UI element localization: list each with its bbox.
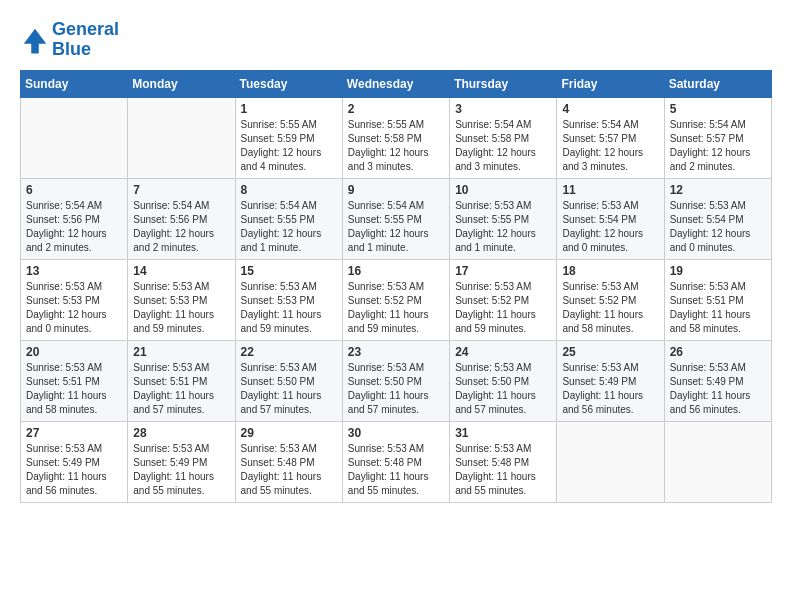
- sunset-text: Sunset: 5:58 PM: [455, 132, 551, 146]
- sunset-text: Sunset: 5:49 PM: [562, 375, 658, 389]
- day-header-thursday: Thursday: [450, 70, 557, 97]
- calendar-cell: [557, 421, 664, 502]
- cell-content: Sunrise: 5:53 AM Sunset: 5:54 PM Dayligh…: [670, 199, 766, 255]
- sunset-text: Sunset: 5:52 PM: [562, 294, 658, 308]
- sunset-text: Sunset: 5:55 PM: [455, 213, 551, 227]
- week-row-3: 13 Sunrise: 5:53 AM Sunset: 5:53 PM Dayl…: [21, 259, 772, 340]
- calendar-cell: 8 Sunrise: 5:54 AM Sunset: 5:55 PM Dayli…: [235, 178, 342, 259]
- day-number: 17: [455, 264, 551, 278]
- sunrise-text: Sunrise: 5:53 AM: [670, 280, 766, 294]
- day-number: 23: [348, 345, 444, 359]
- page-header: General Blue: [20, 20, 772, 60]
- cell-content: Sunrise: 5:53 AM Sunset: 5:53 PM Dayligh…: [133, 280, 229, 336]
- daylight-text: Daylight: 11 hours and 57 minutes.: [348, 389, 444, 417]
- sunset-text: Sunset: 5:53 PM: [241, 294, 337, 308]
- sunset-text: Sunset: 5:59 PM: [241, 132, 337, 146]
- cell-content: Sunrise: 5:53 AM Sunset: 5:48 PM Dayligh…: [348, 442, 444, 498]
- cell-content: Sunrise: 5:53 AM Sunset: 5:50 PM Dayligh…: [241, 361, 337, 417]
- cell-content: Sunrise: 5:53 AM Sunset: 5:54 PM Dayligh…: [562, 199, 658, 255]
- cell-content: Sunrise: 5:55 AM Sunset: 5:58 PM Dayligh…: [348, 118, 444, 174]
- sunrise-text: Sunrise: 5:54 AM: [26, 199, 122, 213]
- day-number: 25: [562, 345, 658, 359]
- sunrise-text: Sunrise: 5:53 AM: [562, 361, 658, 375]
- calendar-cell: 30 Sunrise: 5:53 AM Sunset: 5:48 PM Dayl…: [342, 421, 449, 502]
- sunrise-text: Sunrise: 5:53 AM: [670, 199, 766, 213]
- sunrise-text: Sunrise: 5:53 AM: [348, 280, 444, 294]
- sunrise-text: Sunrise: 5:53 AM: [348, 442, 444, 456]
- sunset-text: Sunset: 5:48 PM: [348, 456, 444, 470]
- day-number: 16: [348, 264, 444, 278]
- day-number: 14: [133, 264, 229, 278]
- sunrise-text: Sunrise: 5:53 AM: [562, 280, 658, 294]
- week-row-2: 6 Sunrise: 5:54 AM Sunset: 5:56 PM Dayli…: [21, 178, 772, 259]
- cell-content: Sunrise: 5:53 AM Sunset: 5:49 PM Dayligh…: [562, 361, 658, 417]
- sunrise-text: Sunrise: 5:53 AM: [241, 442, 337, 456]
- cell-content: Sunrise: 5:55 AM Sunset: 5:59 PM Dayligh…: [241, 118, 337, 174]
- day-number: 9: [348, 183, 444, 197]
- daylight-text: Daylight: 12 hours and 1 minute.: [348, 227, 444, 255]
- calendar-cell: 15 Sunrise: 5:53 AM Sunset: 5:53 PM Dayl…: [235, 259, 342, 340]
- cell-content: Sunrise: 5:53 AM Sunset: 5:53 PM Dayligh…: [241, 280, 337, 336]
- cell-content: Sunrise: 5:54 AM Sunset: 5:55 PM Dayligh…: [241, 199, 337, 255]
- sunrise-text: Sunrise: 5:53 AM: [455, 199, 551, 213]
- sunrise-text: Sunrise: 5:53 AM: [455, 442, 551, 456]
- calendar-table: SundayMondayTuesdayWednesdayThursdayFrid…: [20, 70, 772, 503]
- calendar-cell: 23 Sunrise: 5:53 AM Sunset: 5:50 PM Dayl…: [342, 340, 449, 421]
- sunrise-text: Sunrise: 5:53 AM: [26, 361, 122, 375]
- cell-content: Sunrise: 5:53 AM Sunset: 5:50 PM Dayligh…: [348, 361, 444, 417]
- calendar-cell: 2 Sunrise: 5:55 AM Sunset: 5:58 PM Dayli…: [342, 97, 449, 178]
- daylight-text: Daylight: 11 hours and 59 minutes.: [455, 308, 551, 336]
- day-number: 8: [241, 183, 337, 197]
- calendar-cell: 28 Sunrise: 5:53 AM Sunset: 5:49 PM Dayl…: [128, 421, 235, 502]
- sunset-text: Sunset: 5:51 PM: [133, 375, 229, 389]
- calendar-cell: 5 Sunrise: 5:54 AM Sunset: 5:57 PM Dayli…: [664, 97, 771, 178]
- cell-content: Sunrise: 5:53 AM Sunset: 5:52 PM Dayligh…: [562, 280, 658, 336]
- week-row-5: 27 Sunrise: 5:53 AM Sunset: 5:49 PM Dayl…: [21, 421, 772, 502]
- sunrise-text: Sunrise: 5:55 AM: [241, 118, 337, 132]
- daylight-text: Daylight: 11 hours and 56 minutes.: [26, 470, 122, 498]
- daylight-text: Daylight: 12 hours and 2 minutes.: [26, 227, 122, 255]
- calendar-cell: 17 Sunrise: 5:53 AM Sunset: 5:52 PM Dayl…: [450, 259, 557, 340]
- sunset-text: Sunset: 5:54 PM: [670, 213, 766, 227]
- sunrise-text: Sunrise: 5:53 AM: [26, 442, 122, 456]
- calendar-cell: 18 Sunrise: 5:53 AM Sunset: 5:52 PM Dayl…: [557, 259, 664, 340]
- calendar-cell: 10 Sunrise: 5:53 AM Sunset: 5:55 PM Dayl…: [450, 178, 557, 259]
- day-number: 21: [133, 345, 229, 359]
- daylight-text: Daylight: 11 hours and 57 minutes.: [455, 389, 551, 417]
- cell-content: Sunrise: 5:54 AM Sunset: 5:56 PM Dayligh…: [133, 199, 229, 255]
- sunset-text: Sunset: 5:51 PM: [670, 294, 766, 308]
- sunset-text: Sunset: 5:49 PM: [670, 375, 766, 389]
- sunrise-text: Sunrise: 5:53 AM: [455, 280, 551, 294]
- week-row-1: 1 Sunrise: 5:55 AM Sunset: 5:59 PM Dayli…: [21, 97, 772, 178]
- sunset-text: Sunset: 5:53 PM: [26, 294, 122, 308]
- cell-content: Sunrise: 5:53 AM Sunset: 5:50 PM Dayligh…: [455, 361, 551, 417]
- calendar-cell: 21 Sunrise: 5:53 AM Sunset: 5:51 PM Dayl…: [128, 340, 235, 421]
- sunrise-text: Sunrise: 5:54 AM: [133, 199, 229, 213]
- cell-content: Sunrise: 5:53 AM Sunset: 5:49 PM Dayligh…: [26, 442, 122, 498]
- daylight-text: Daylight: 12 hours and 0 minutes.: [26, 308, 122, 336]
- sunrise-text: Sunrise: 5:54 AM: [348, 199, 444, 213]
- day-number: 3: [455, 102, 551, 116]
- sunrise-text: Sunrise: 5:53 AM: [670, 361, 766, 375]
- calendar-cell: 19 Sunrise: 5:53 AM Sunset: 5:51 PM Dayl…: [664, 259, 771, 340]
- calendar-cell: [128, 97, 235, 178]
- sunrise-text: Sunrise: 5:54 AM: [241, 199, 337, 213]
- day-number: 26: [670, 345, 766, 359]
- sunset-text: Sunset: 5:48 PM: [241, 456, 337, 470]
- header-row: SundayMondayTuesdayWednesdayThursdayFrid…: [21, 70, 772, 97]
- calendar-cell: 11 Sunrise: 5:53 AM Sunset: 5:54 PM Dayl…: [557, 178, 664, 259]
- daylight-text: Daylight: 11 hours and 56 minutes.: [670, 389, 766, 417]
- sunset-text: Sunset: 5:57 PM: [670, 132, 766, 146]
- sunset-text: Sunset: 5:55 PM: [241, 213, 337, 227]
- cell-content: Sunrise: 5:54 AM Sunset: 5:57 PM Dayligh…: [670, 118, 766, 174]
- sunset-text: Sunset: 5:55 PM: [348, 213, 444, 227]
- day-number: 22: [241, 345, 337, 359]
- calendar-cell: 13 Sunrise: 5:53 AM Sunset: 5:53 PM Dayl…: [21, 259, 128, 340]
- sunrise-text: Sunrise: 5:53 AM: [241, 280, 337, 294]
- day-number: 7: [133, 183, 229, 197]
- cell-content: Sunrise: 5:53 AM Sunset: 5:51 PM Dayligh…: [133, 361, 229, 417]
- sunset-text: Sunset: 5:56 PM: [26, 213, 122, 227]
- daylight-text: Daylight: 11 hours and 55 minutes.: [455, 470, 551, 498]
- sunrise-text: Sunrise: 5:53 AM: [348, 361, 444, 375]
- daylight-text: Daylight: 12 hours and 3 minutes.: [455, 146, 551, 174]
